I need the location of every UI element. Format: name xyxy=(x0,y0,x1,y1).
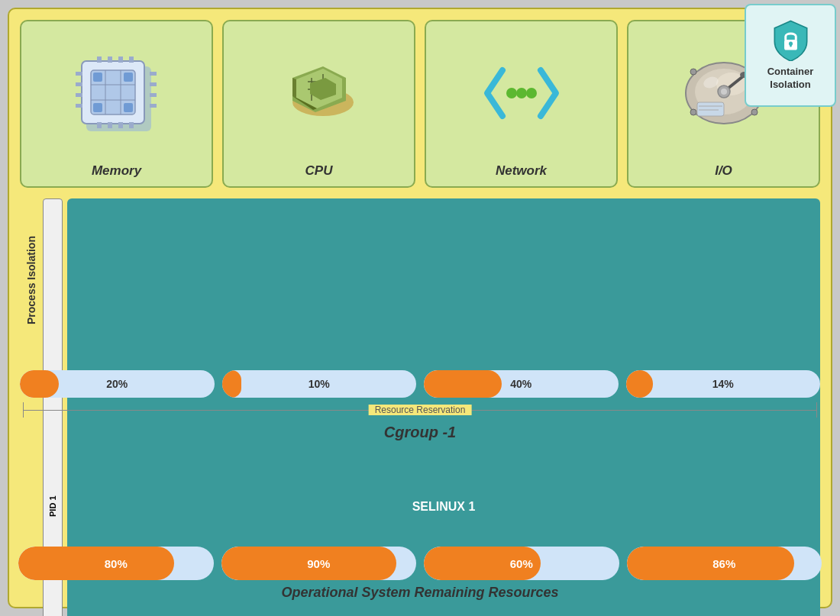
svg-rect-18 xyxy=(76,72,82,76)
svg-rect-29 xyxy=(124,103,133,112)
cpu-icon-area xyxy=(231,29,406,157)
container-isolation-label: Container Isolation xyxy=(752,66,829,92)
svg-marker-38 xyxy=(292,78,296,98)
svg-point-53 xyxy=(690,109,696,115)
bottom-section: 80%90%60%86% Operational System Remainin… xyxy=(8,539,832,608)
svg-rect-11 xyxy=(108,56,112,63)
svg-rect-28 xyxy=(93,103,102,112)
os-bar-2: 60% xyxy=(424,547,619,580)
container-isolation-badge: Container Isolation xyxy=(745,4,836,107)
svg-point-41 xyxy=(516,88,527,98)
main-panel: Memory xyxy=(8,8,832,608)
os-bar-0: 80% xyxy=(18,547,214,580)
reservation-bar-label-3: 14% xyxy=(626,378,821,390)
reservation-bar-2: 40% xyxy=(424,370,619,398)
selinux-rows: PID 1 SELINUX 1 PID N SELINUX N PID 2 SE… xyxy=(43,198,820,363)
memory-label: Memory xyxy=(92,163,141,179)
io-label: I/O xyxy=(715,163,732,179)
svg-point-51 xyxy=(690,69,696,75)
svg-rect-19 xyxy=(76,82,82,86)
svg-rect-13 xyxy=(129,56,134,63)
svg-rect-26 xyxy=(93,73,102,82)
cpu-chip-icon xyxy=(281,55,357,131)
network-label: Network xyxy=(496,163,547,179)
os-bar-label-2: 60% xyxy=(424,557,619,570)
reservation-bar-3: 14% xyxy=(626,370,821,398)
svg-rect-16 xyxy=(118,122,123,128)
svg-point-49 xyxy=(721,89,727,95)
svg-rect-21 xyxy=(76,104,82,108)
network-icon xyxy=(480,63,564,124)
svg-rect-22 xyxy=(150,72,157,76)
memory-chip-icon xyxy=(71,47,163,139)
svg-rect-23 xyxy=(150,82,157,86)
resource-cards-row: Memory xyxy=(20,20,820,188)
os-bar-label-3: 86% xyxy=(627,557,822,570)
reservation-bar-label-0: 20% xyxy=(20,378,215,390)
svg-rect-2 xyxy=(790,44,792,47)
reservation-bar-label-1: 10% xyxy=(222,378,417,390)
reservation-bracket-label: Resource Reservation xyxy=(369,405,472,415)
shield-lock-icon xyxy=(770,19,812,61)
svg-point-54 xyxy=(751,109,758,115)
memory-icon-area xyxy=(29,29,204,157)
svg-rect-55 xyxy=(697,102,724,116)
network-card: Network xyxy=(425,20,618,188)
svg-rect-17 xyxy=(129,122,134,128)
cpu-label: CPU xyxy=(305,163,333,179)
svg-rect-24 xyxy=(150,93,157,97)
os-remaining-label: Operational System Remaining Resources xyxy=(18,585,822,601)
os-bar-3: 86% xyxy=(627,547,822,580)
os-bar-label-0: 80% xyxy=(18,557,214,570)
middle-section: Process Isolation PID 1 SELINUX 1 PID N … xyxy=(20,198,820,363)
svg-rect-14 xyxy=(97,122,102,128)
svg-point-40 xyxy=(506,88,517,98)
network-icon-area xyxy=(434,29,609,157)
svg-rect-27 xyxy=(124,73,133,82)
svg-rect-15 xyxy=(108,122,112,128)
process-isolation-label: Process Isolation xyxy=(20,198,43,363)
cpu-card: CPU xyxy=(222,20,415,188)
reservation-bar-0: 20% xyxy=(20,370,215,398)
svg-rect-25 xyxy=(150,104,157,108)
os-bar-label-1: 90% xyxy=(221,557,417,570)
svg-rect-12 xyxy=(118,56,123,63)
os-bar-1: 90% xyxy=(221,547,417,580)
svg-rect-10 xyxy=(97,56,102,63)
svg-rect-20 xyxy=(76,93,82,97)
os-bars: 80%90%60%86% xyxy=(18,547,822,580)
memory-card: Memory xyxy=(20,20,213,188)
reservation-bar-label-2: 40% xyxy=(424,378,619,390)
svg-point-42 xyxy=(526,88,537,98)
reservation-bar-1: 10% xyxy=(222,370,417,398)
